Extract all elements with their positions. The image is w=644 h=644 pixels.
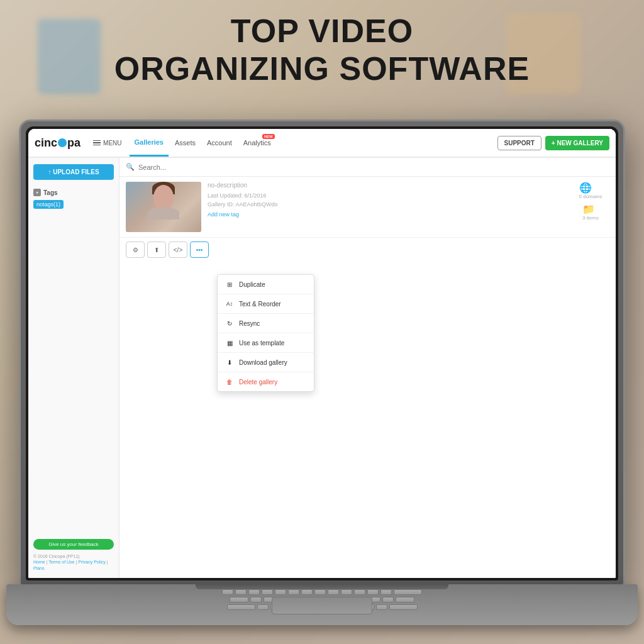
key	[222, 589, 233, 595]
nav-galleries[interactable]: Galleries	[130, 130, 169, 157]
search-icon: 🔍	[126, 163, 135, 171]
footer-privacy-link[interactable]: Privacy Policy	[78, 560, 106, 564]
menu-button[interactable]: MENU	[89, 137, 125, 149]
items-label: 3 items	[582, 215, 599, 221]
key-tab	[230, 597, 248, 602]
gallery-no-description: no-description	[208, 182, 565, 189]
add-tag-link[interactable]: Add new tag	[208, 211, 565, 218]
nav-assets[interactable]: Assets	[170, 130, 201, 155]
screen-bezel: cincpa MENU	[26, 126, 618, 580]
main-layout: ↑ UPLOAD FILES + Tags notags(1)	[28, 158, 616, 578]
dropdown-duplicate[interactable]: ⊞ Duplicate	[218, 275, 314, 294]
delete-label: Delete gallery	[239, 379, 277, 386]
key	[275, 589, 286, 595]
logo-text-left: cinc	[35, 136, 57, 150]
logo-circle	[58, 138, 67, 147]
gallery-last-updated: Last Updated: 6/1/2016	[208, 191, 565, 200]
key	[257, 604, 269, 610]
domains-label: 0 domains	[579, 194, 602, 199]
nav-links: Galleries Assets Account Analytics	[130, 130, 494, 157]
gallery-info: no-description Last Updated: 6/1/2016 Ga…	[208, 182, 565, 218]
tags-label: Tags	[43, 189, 58, 196]
key	[382, 597, 394, 602]
more-icon: •••	[196, 247, 203, 253]
key	[314, 589, 326, 595]
logo-text-right: pa	[67, 136, 80, 150]
code-icon: </>	[174, 247, 182, 253]
key	[367, 589, 379, 595]
upload-button[interactable]: ⬆	[147, 242, 166, 258]
laptop-wrapper: cincpa MENU	[19, 119, 625, 625]
gallery-item: no-description Last Updated: 6/1/2016 Ga…	[119, 177, 616, 238]
laptop-hinge	[196, 584, 448, 589]
trackpad[interactable]	[272, 597, 372, 614]
upload-icon: ⬆	[154, 247, 159, 253]
dropdown-menu: ⊞ Duplicate A↕ Text & Reorder ↻	[217, 274, 314, 392]
gallery-id: Gallery ID: AAEAohtbQWdo	[208, 200, 565, 209]
search-input[interactable]	[138, 164, 609, 171]
key-enter2	[389, 604, 418, 610]
dropdown-use-template[interactable]: ▦ Use as template	[218, 333, 314, 353]
use-template-label: Use as template	[239, 340, 284, 347]
nav-account[interactable]: Account	[202, 130, 237, 155]
gallery-thumbnail	[126, 182, 201, 232]
key-row-1	[13, 589, 631, 595]
notags-badge[interactable]: notags(1)	[33, 200, 64, 209]
dropdown-download[interactable]: ⬇ Download gallery	[218, 353, 314, 372]
gallery-stats: 🌐 0 domains 📁 3 items	[572, 182, 609, 221]
folder-icon: 📁	[582, 203, 599, 215]
sidebar-footer: Give us your feedback © 2016 Cincopa (FP…	[33, 534, 114, 572]
code-button[interactable]: </>	[169, 242, 187, 258]
download-icon: ⬇	[225, 358, 234, 367]
new-gallery-button[interactable]: + NEW GALLERY	[545, 136, 609, 150]
key	[262, 589, 273, 595]
nav-analytics[interactable]: Analytics NEW	[238, 130, 276, 155]
sidebar: ↑ UPLOAD FILES + Tags notags(1)	[28, 158, 119, 578]
app-ui: cincpa MENU	[28, 129, 616, 578]
delete-icon: 🗑	[225, 377, 234, 386]
dropdown-delete[interactable]: 🗑 Delete gallery	[218, 372, 314, 391]
gallery-meta: Last Updated: 6/1/2016 Gallery ID: AAEAo…	[208, 191, 565, 209]
face-silhouette	[151, 185, 176, 219]
more-button[interactable]: •••	[190, 242, 209, 258]
resync-icon: ↻	[225, 319, 234, 328]
gear-icon: ⚙	[133, 247, 138, 253]
upload-files-button[interactable]: ↑ UPLOAD FILES	[33, 164, 114, 180]
footer-home-link[interactable]: Home	[33, 560, 45, 564]
key	[328, 589, 339, 595]
text-reorder-label: Text & Reorder	[239, 301, 281, 308]
search-bar: 🔍	[119, 158, 616, 177]
headline-section: TOP VIDEO ORGANIZING SOFTWARE	[0, 13, 644, 88]
laptop-base	[6, 584, 638, 625]
hamburger-icon	[93, 140, 101, 146]
key	[250, 597, 262, 602]
key-enter	[396, 597, 414, 602]
key	[301, 589, 313, 595]
tags-header: + Tags	[33, 189, 114, 196]
copyright-text: © 2016 Cincopa (FP11) Home | Terms of Us…	[33, 553, 114, 572]
content-area: 🔍	[119, 158, 616, 578]
www-icon: 🌐	[579, 182, 602, 194]
footer-plans-link[interactable]: Plans	[33, 566, 45, 570]
laptop-body: cincpa MENU	[19, 119, 625, 587]
key	[235, 589, 247, 595]
key	[376, 604, 387, 610]
support-button[interactable]: SUPPORT	[497, 136, 541, 150]
key	[248, 589, 260, 595]
duplicate-icon: ⊞	[225, 280, 234, 289]
screen-content: cincpa MENU	[28, 129, 616, 578]
settings-button[interactable]: ⚙	[126, 242, 145, 258]
key	[288, 589, 299, 595]
action-toolbar: ⚙ ⬆ </> •••	[119, 238, 616, 262]
footer-terms-link[interactable]: Terms of Use	[48, 560, 74, 564]
feedback-button[interactable]: Give us your feedback	[33, 539, 114, 550]
text-reorder-icon: A↕	[225, 299, 234, 308]
dropdown-resync[interactable]: ↻ Resync	[218, 314, 314, 333]
key	[341, 589, 352, 595]
dropdown-text-reorder[interactable]: A↕ Text & Reorder	[218, 294, 314, 314]
key	[354, 589, 365, 595]
domains-stat: 🌐 0 domains	[579, 182, 602, 199]
download-label: Download gallery	[239, 359, 287, 366]
menu-label: MENU	[103, 140, 121, 147]
key	[380, 589, 392, 595]
